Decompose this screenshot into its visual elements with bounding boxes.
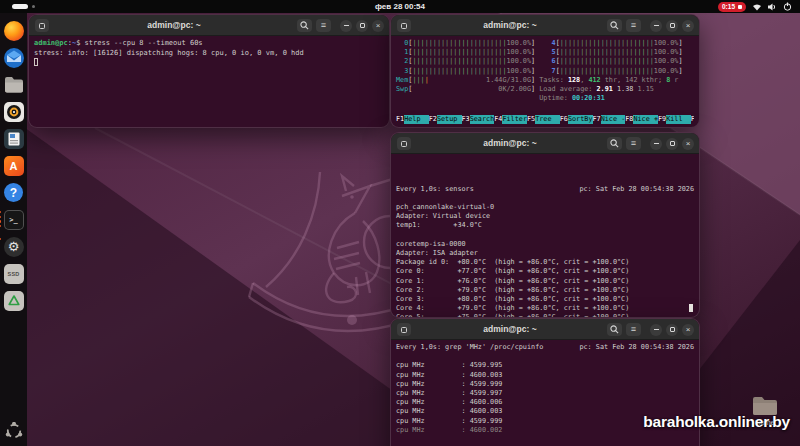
maximize-button[interactable] [666,324,678,336]
terminal-content-htop[interactable]: 0[|||||||||||||||||||||||100.0%] 4[|||||… [391,36,699,127]
files-folder-icon [4,76,24,94]
search-button[interactable] [607,19,622,32]
menu-button[interactable]: ≡ [626,137,641,150]
terminal-content-stress[interactable]: admin@pc:~$ stress --cpu 8 --timeout 60s… [29,36,389,127]
gear-icon: ⚙ [4,237,24,257]
maximize-button[interactable] [666,138,678,150]
ssd-label: SSD [8,271,20,277]
minimize-button[interactable] [650,324,662,336]
cursor [689,304,694,312]
system-tray[interactable]: 0:15 [718,0,792,13]
close-button[interactable]: × [682,138,694,150]
titlebar[interactable]: admin@pc: ~ ≡ × [29,15,389,36]
screen-recording-indicator[interactable]: 0:15 [718,2,746,12]
tab-overview-icon [401,327,407,333]
htop-function-keys[interactable]: F1Help F2Setup F3SearchF4FilterF5Tree F6… [396,115,694,124]
search-button[interactable] [297,19,312,32]
clock[interactable]: фев 28 00:54 [0,0,800,13]
dock-item-libreoffice[interactable] [3,128,24,149]
tab-overview-button[interactable] [397,137,411,150]
tab-overview-icon [401,23,407,29]
help-icon: ? [4,183,23,202]
terminal-window-htop: admin@pc: ~ ≡ × 0[||||||||||||||||||||||… [390,14,700,128]
terminal-window-sensors: admin@pc: ~ ≡ × Every 1,0s: sensorspc: S… [390,132,700,318]
settings-running-indicator [0,238,1,240]
tab-overview-button[interactable] [397,19,411,32]
menu-button[interactable]: ≡ [626,19,641,32]
tab-overview-button[interactable] [35,19,49,32]
wifi-icon [752,3,762,11]
thunderbird-icon [4,48,24,68]
app-center-icon: A [4,156,24,176]
window-title: admin@pc: ~ [431,15,589,36]
tab-overview-button[interactable] [397,323,411,336]
dock-item-help[interactable]: ? [3,182,24,203]
search-icon [610,325,619,334]
dock-item-app-center[interactable]: A [3,155,24,176]
close-button[interactable]: × [682,324,694,336]
dock-item-thunderbird[interactable] [3,47,24,68]
dock-item-settings[interactable]: ⚙ [3,236,24,257]
dock-item-ssd-drive[interactable]: SSD [3,263,24,284]
htop-meters: 0[|||||||||||||||||||||||100.0%] 4[|||||… [396,39,694,103]
top-bar: фев 28 00:54 0:15 [0,0,800,13]
dock-item-terminal[interactable]: >_ [3,209,24,230]
close-button[interactable]: × [682,20,694,32]
search-icon [610,139,619,148]
dock-item-rhythmbox[interactable] [3,101,24,122]
watermark: baraholka.onliner.by [643,413,790,431]
window-title: admin@pc: ~ [69,15,279,36]
rhythmbox-speaker-icon [4,102,24,122]
terminal-running-indicator [0,211,1,227]
dock-item-firefox[interactable] [3,20,24,41]
ssd-drive-icon: SSD [4,264,24,284]
tab-overview-icon [39,23,45,29]
stop-recording-icon [738,5,742,9]
ubuntu-logo-icon [5,422,23,440]
minimize-button[interactable] [650,138,662,150]
desktop: Home фев 28 00:54 0:15 [0,0,800,446]
firefox-icon [4,21,24,41]
titlebar[interactable]: admin@pc: ~ ≡ × [391,133,699,154]
close-button[interactable]: × [372,20,384,32]
terminal-icon: >_ [4,210,24,230]
maximize-button[interactable] [666,20,678,32]
search-icon [300,21,309,30]
trash-recycle-icon [4,291,24,311]
search-icon [610,21,619,30]
dock-item-trash[interactable] [3,290,24,311]
libreoffice-icon [4,129,24,149]
tab-overview-icon [401,141,407,147]
terminal-content-sensors[interactable]: Every 1,0s: sensorspc: Sat Feb 28 00:54:… [391,154,699,317]
menu-button[interactable]: ≡ [316,19,331,32]
show-apps-button[interactable] [3,420,24,441]
volume-icon [768,3,777,11]
titlebar[interactable]: admin@pc: ~ ≡ × [391,319,699,340]
menu-button[interactable]: ≡ [626,323,641,336]
minimize-button[interactable] [340,20,352,32]
recording-time: 0:15 [722,3,735,10]
window-title: admin@pc: ~ [431,133,589,154]
search-button[interactable] [607,137,622,150]
terminal-window-stress: admin@pc: ~ ≡ × admin@pc:~$ stress --cpu… [28,14,390,128]
titlebar[interactable]: admin@pc: ~ ≡ × [391,15,699,36]
power-icon [783,2,792,11]
window-title: admin@pc: ~ [431,319,589,340]
minimize-button[interactable] [650,20,662,32]
search-button[interactable] [607,323,622,336]
dock: A ? >_ ⚙ SSD [0,13,27,446]
maximize-button[interactable] [356,20,368,32]
dock-item-files[interactable] [3,74,24,95]
